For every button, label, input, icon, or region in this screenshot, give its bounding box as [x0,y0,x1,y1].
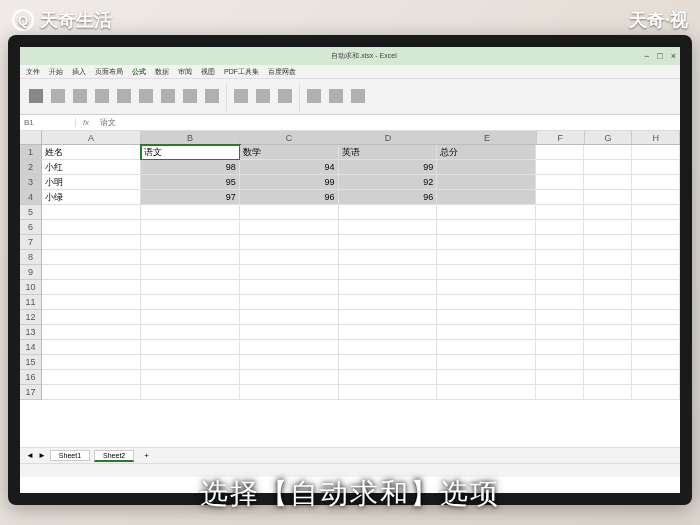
cell[interactable] [240,205,339,220]
cell-c4[interactable]: 96 [240,190,339,205]
cell-e4[interactable] [437,190,536,205]
nav-next-icon[interactable]: ► [38,451,46,460]
cell-e3[interactable] [437,175,536,190]
select-all-corner[interactable] [20,131,42,144]
cell[interactable] [632,295,680,310]
cell[interactable] [584,340,632,355]
cell[interactable] [536,295,584,310]
col-header-c[interactable]: C [240,131,339,144]
cell[interactable] [632,220,680,235]
cell[interactable] [437,205,536,220]
fx-label[interactable]: fx [76,118,96,127]
cell[interactable] [536,385,584,400]
ribbon-btn-5[interactable] [114,84,134,110]
cell[interactable] [141,370,240,385]
cell[interactable] [437,265,536,280]
cell[interactable] [42,265,141,280]
minimize-button[interactable]: − [644,51,649,61]
cell[interactable] [141,340,240,355]
row-header-17[interactable]: 17 [20,385,42,400]
col-header-b[interactable]: B [141,131,240,144]
cell[interactable] [536,355,584,370]
cell[interactable] [339,385,438,400]
cell-a3[interactable]: 小明 [42,175,141,190]
cell-g3[interactable] [584,175,632,190]
ribbon-btn-13[interactable] [304,84,324,110]
cell-c2[interactable]: 94 [240,160,339,175]
cell[interactable] [240,340,339,355]
cell[interactable] [42,205,141,220]
col-header-g[interactable]: G [585,131,633,144]
row-header-4[interactable]: 4 [20,190,42,205]
sheet-tab-1[interactable]: Sheet1 [50,450,90,461]
ribbon-btn-12[interactable] [275,84,295,110]
cell-h4[interactable] [632,190,680,205]
cell[interactable] [141,280,240,295]
row-header-8[interactable]: 8 [20,250,42,265]
cell-f2[interactable] [536,160,584,175]
cell[interactable] [339,235,438,250]
cell-b1[interactable]: 语文 [141,145,240,160]
cell[interactable] [536,280,584,295]
cell[interactable] [141,235,240,250]
cell[interactable] [42,250,141,265]
cell[interactable] [632,235,680,250]
cell[interactable] [339,295,438,310]
cell[interactable] [42,280,141,295]
cell[interactable] [141,205,240,220]
menu-file[interactable]: 文件 [26,67,40,77]
cell[interactable] [42,340,141,355]
cell[interactable] [240,355,339,370]
col-header-e[interactable]: E [438,131,537,144]
cell-a2[interactable]: 小红 [42,160,141,175]
cell[interactable] [584,220,632,235]
cell[interactable] [141,355,240,370]
cell[interactable] [141,265,240,280]
cell-c3[interactable]: 99 [240,175,339,190]
cell[interactable] [536,325,584,340]
cell[interactable] [240,310,339,325]
cell[interactable] [632,280,680,295]
formula-input[interactable]: 语文 [96,117,680,128]
cell-b4[interactable]: 97 [141,190,240,205]
cell[interactable] [584,205,632,220]
cell[interactable] [42,220,141,235]
row-header-16[interactable]: 16 [20,370,42,385]
menu-review[interactable]: 审阅 [178,67,192,77]
cell[interactable] [536,220,584,235]
ribbon-btn-11[interactable] [253,84,273,110]
cell-e2[interactable] [437,160,536,175]
cell[interactable] [536,265,584,280]
cell-f4[interactable] [536,190,584,205]
ribbon-btn-15[interactable] [348,84,368,110]
cell[interactable] [584,370,632,385]
cell-d2[interactable]: 99 [339,160,438,175]
ribbon-btn-9[interactable] [202,84,222,110]
cell[interactable] [536,235,584,250]
col-header-a[interactable]: A [42,131,141,144]
cell[interactable] [437,370,536,385]
cell[interactable] [339,340,438,355]
cell[interactable] [437,250,536,265]
cell-b3[interactable]: 95 [141,175,240,190]
close-button[interactable]: × [671,51,676,61]
cell[interactable] [632,370,680,385]
cell-g1[interactable] [584,145,632,160]
cell[interactable] [536,310,584,325]
cell[interactable] [339,325,438,340]
row-header-5[interactable]: 5 [20,205,42,220]
cell[interactable] [240,235,339,250]
row-header-10[interactable]: 10 [20,280,42,295]
col-header-d[interactable]: D [339,131,438,144]
cell[interactable] [584,250,632,265]
menu-home[interactable]: 开始 [49,67,63,77]
cell[interactable] [437,310,536,325]
cell[interactable] [42,295,141,310]
ribbon-btn-4[interactable] [92,84,112,110]
cell[interactable] [42,385,141,400]
cell[interactable] [536,370,584,385]
add-sheet-button[interactable]: + [138,451,155,460]
cell[interactable] [584,325,632,340]
cell[interactable] [632,355,680,370]
cell[interactable] [584,295,632,310]
